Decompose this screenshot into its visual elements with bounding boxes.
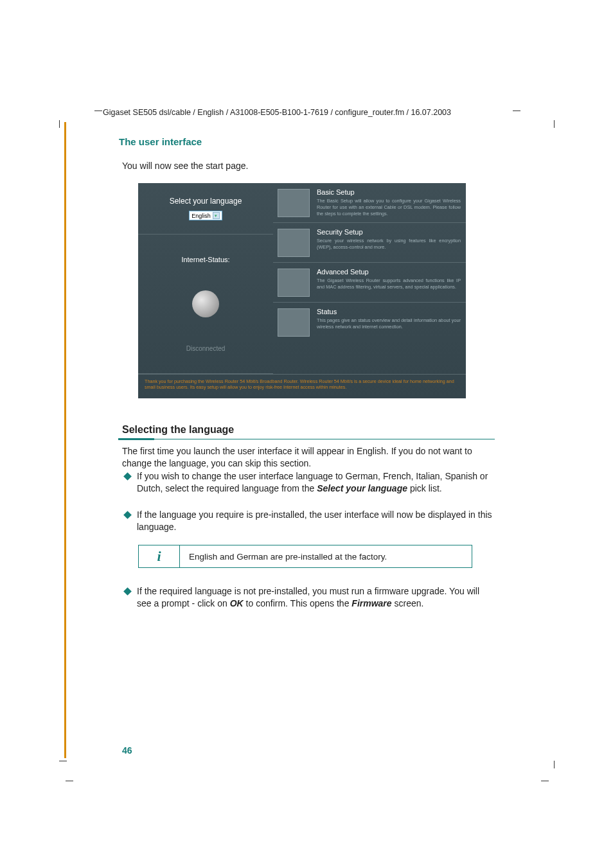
card-thumb: [273, 223, 314, 262]
card-desc: The Gigaset Wireless Router supports adv…: [317, 278, 461, 290]
language-selector-panel: Select your language English ▾: [138, 183, 273, 235]
card-thumb: [273, 183, 314, 222]
heading-rule-thick: [118, 438, 154, 440]
card-text: Advanced Setup The Gigaset Wireless Rout…: [314, 263, 466, 302]
bullet-diamond-icon: [123, 472, 132, 481]
card-title: Advanced Setup: [317, 268, 461, 276]
internet-status-panel: Internet-Status: Disconnected: [138, 235, 273, 374]
thumbnail-image: [278, 308, 310, 337]
heading-rule: [122, 438, 495, 441]
bullet-diamond-icon: [123, 511, 132, 519]
side-accent-bar: [64, 122, 66, 758]
bullet-text-firmware: Firmware: [351, 598, 391, 608]
card-desc: Secure your wireless network by using fe…: [317, 238, 461, 251]
internet-status-label: Internet-Status:: [181, 256, 229, 263]
header-path: Gigaset SE505 dsl/cable / English / A310…: [103, 108, 451, 117]
thumbnail-image: [278, 269, 310, 297]
crop-mark: [541, 781, 549, 781]
crop-mark: [59, 120, 60, 128]
crop-mark: [554, 120, 555, 128]
info-text: English and German are pre-installed at …: [180, 545, 472, 567]
intro-text: You will now see the start page.: [122, 161, 248, 171]
card-text: Status This pages give an status overvie…: [314, 303, 466, 342]
paragraph: The first time you launch the user inter…: [122, 445, 495, 470]
heading-row: Selecting the language: [122, 424, 495, 441]
bullet-text: If the required language is not pre-inst…: [137, 585, 495, 610]
language-label: Select your language: [170, 197, 242, 206]
bullet-item: If you wish to change the user interface…: [122, 470, 495, 495]
screenshot-footer: Thank you for purchasing the Wireless Ro…: [138, 374, 466, 398]
crop-mark: [59, 761, 67, 761]
card-security-setup[interactable]: Security Setup Secure your wireless netw…: [273, 223, 466, 263]
card-thumb: [273, 303, 314, 342]
language-select-value: English: [191, 213, 211, 219]
bullet-text-ok: OK: [230, 598, 244, 608]
bullet-text-post: screen.: [392, 598, 424, 608]
card-title: Status: [317, 308, 461, 315]
thumbnail-image: [278, 189, 310, 217]
screenshot-left-pane: Select your language English ▾ Internet-…: [138, 183, 273, 374]
crop-mark: [94, 111, 102, 111]
screenshot-main: Select your language English ▾ Internet-…: [138, 183, 466, 374]
card-status[interactable]: Status This pages give an status overvie…: [273, 303, 466, 342]
bullet-item: If the required language is not pre-inst…: [122, 585, 495, 610]
internet-status-value: Disconnected: [186, 345, 226, 352]
info-icon: i: [139, 545, 180, 567]
bullet-text-bold: Select your language: [317, 483, 407, 493]
bullet-text: If the language you require is pre-insta…: [137, 509, 495, 533]
crop-mark: [66, 781, 73, 781]
bullet-text-mid: to confirm. This opens the: [244, 598, 352, 608]
card-title: Security Setup: [317, 228, 461, 236]
globe-icon: [192, 290, 219, 317]
page-number: 46: [122, 745, 132, 756]
card-basic-setup[interactable]: Basic Setup The Basic Setup will allow y…: [273, 183, 466, 223]
card-text: Security Setup Secure your wireless netw…: [314, 223, 466, 262]
router-ui-screenshot: Select your language English ▾ Internet-…: [138, 183, 466, 398]
thumbnail-image: [278, 229, 310, 257]
card-title: Basic Setup: [317, 188, 461, 196]
bullet-item: If the language you require is pre-insta…: [122, 509, 495, 533]
heading-selecting-language: Selecting the language: [122, 424, 495, 438]
screenshot-footer-text: Thank you for purchasing the Wireless Ro…: [145, 378, 459, 391]
language-select[interactable]: English ▾: [189, 211, 222, 220]
crop-mark: [554, 761, 555, 768]
card-desc: The Basic Setup will allow you to config…: [317, 198, 461, 217]
card-thumb: [273, 263, 314, 302]
card-desc: This pages give an status overview and d…: [317, 317, 461, 330]
bullet-text: If you wish to change the user interface…: [137, 470, 495, 495]
heading-rule-thin: [154, 439, 495, 439]
chevron-down-icon: ▾: [213, 212, 220, 219]
bullet-text-post: pick list.: [407, 483, 442, 493]
section-title: The user interface: [119, 136, 202, 147]
crop-mark: [513, 111, 520, 111]
screenshot-right-pane: Basic Setup The Basic Setup will allow y…: [273, 183, 466, 374]
card-advanced-setup[interactable]: Advanced Setup The Gigaset Wireless Rout…: [273, 263, 466, 303]
bullet-diamond-icon: [123, 587, 132, 596]
card-text: Basic Setup The Basic Setup will allow y…: [314, 183, 466, 222]
info-note-box: i English and German are pre-installed a…: [138, 545, 472, 568]
manual-page: Gigaset SE505 dsl/cable / English / A310…: [0, 0, 613, 868]
